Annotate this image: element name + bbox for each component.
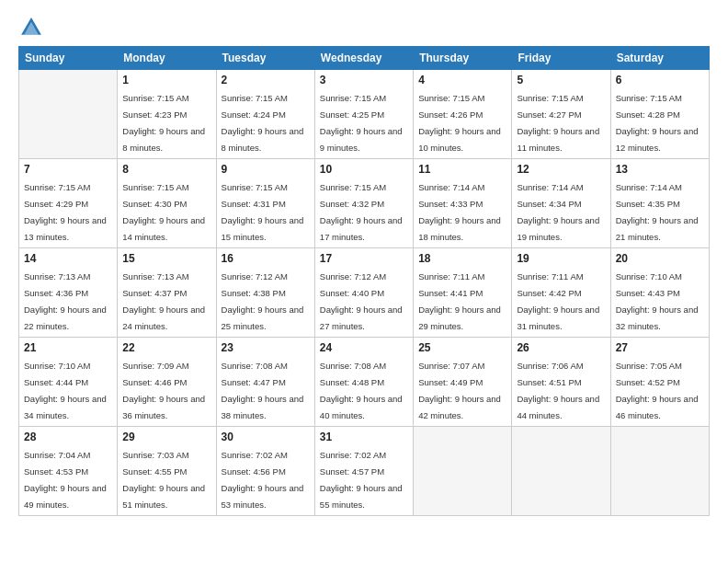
calendar-cell: 11 Sunrise: 7:14 AMSunset: 4:33 PMDaylig… [414,159,512,248]
calendar-cell: 21 Sunrise: 7:10 AMSunset: 4:44 PMDaylig… [19,338,118,427]
cell-info: Sunrise: 7:13 AMSunset: 4:36 PMDaylight:… [24,271,107,331]
day-number: 10 [320,163,408,176]
day-number: 4 [418,74,506,86]
calendar-cell: 8 Sunrise: 7:15 AMSunset: 4:30 PMDayligh… [118,159,216,248]
week-row-1: 7 Sunrise: 7:15 AMSunset: 4:29 PMDayligh… [19,159,710,248]
header-monday: Monday [118,47,216,70]
cell-info: Sunrise: 7:02 AMSunset: 4:56 PMDaylight:… [222,450,304,510]
cell-info: Sunrise: 7:09 AMSunset: 4:46 PMDaylight:… [122,361,205,420]
calendar-cell: 29 Sunrise: 7:03 AMSunset: 4:55 PMDaylig… [118,427,216,516]
day-number: 26 [517,341,605,354]
calendar-cell: 24 Sunrise: 7:08 AMSunset: 4:48 PMDaylig… [314,338,413,427]
calendar-cell [512,427,610,516]
calendar-table: SundayMondayTuesdayWednesdayThursdayFrid… [18,46,710,516]
cell-info: Sunrise: 7:12 AMSunset: 4:40 PMDaylight:… [320,271,403,331]
calendar-cell: 23 Sunrise: 7:08 AMSunset: 4:47 PMDaylig… [216,338,314,427]
day-number: 1 [122,74,210,86]
main-container: SundayMondayTuesdayWednesdayThursdayFrid… [0,0,728,525]
day-number: 11 [418,163,506,176]
day-number: 8 [122,163,210,176]
header-row: SundayMondayTuesdayWednesdayThursdayFrid… [19,47,710,70]
day-number: 22 [122,341,210,354]
cell-info: Sunrise: 7:08 AMSunset: 4:47 PMDaylight:… [222,361,304,420]
week-row-2: 14 Sunrise: 7:13 AMSunset: 4:36 PMDaylig… [19,248,710,338]
day-number: 3 [320,74,408,86]
day-number: 17 [320,252,408,265]
cell-info: Sunrise: 7:15 AMSunset: 4:26 PMDaylight:… [418,93,501,153]
calendar-cell: 20 Sunrise: 7:10 AMSunset: 4:43 PMDaylig… [610,248,709,338]
logo-icon [18,15,44,40]
calendar-cell: 28 Sunrise: 7:04 AMSunset: 4:53 PMDaylig… [19,427,118,516]
header-thursday: Thursday [414,47,512,70]
cell-info: Sunrise: 7:04 AMSunset: 4:53 PMDaylight:… [24,450,107,510]
cell-info: Sunrise: 7:02 AMSunset: 4:57 PMDaylight:… [320,450,403,510]
calendar-cell: 22 Sunrise: 7:09 AMSunset: 4:46 PMDaylig… [118,338,216,427]
cell-info: Sunrise: 7:15 AMSunset: 4:25 PMDaylight:… [320,93,403,153]
calendar-cell [19,70,118,159]
day-number: 5 [517,74,605,86]
week-row-4: 28 Sunrise: 7:04 AMSunset: 4:53 PMDaylig… [19,427,710,516]
day-number: 6 [616,74,704,86]
day-number: 13 [616,163,704,176]
day-number: 31 [320,431,408,443]
day-number: 28 [24,431,112,443]
header-friday: Friday [512,47,610,70]
calendar-cell: 12 Sunrise: 7:14 AMSunset: 4:34 PMDaylig… [512,159,610,248]
calendar-cell: 15 Sunrise: 7:13 AMSunset: 4:37 PMDaylig… [118,248,216,338]
cell-info: Sunrise: 7:12 AMSunset: 4:38 PMDaylight:… [222,271,304,331]
cell-info: Sunrise: 7:11 AMSunset: 4:41 PMDaylight:… [418,271,501,331]
logo [18,15,48,40]
day-number: 7 [24,163,112,176]
header-sunday: Sunday [19,47,118,70]
day-number: 12 [517,163,605,176]
header [18,15,710,40]
day-number: 19 [517,252,605,265]
day-number: 18 [418,252,506,265]
day-number: 23 [222,341,310,354]
day-number: 9 [222,163,310,176]
calendar-cell: 4 Sunrise: 7:15 AMSunset: 4:26 PMDayligh… [414,70,512,159]
day-number: 14 [24,252,112,265]
calendar-cell: 10 Sunrise: 7:15 AMSunset: 4:32 PMDaylig… [314,159,413,248]
day-number: 27 [616,341,704,354]
calendar-cell: 18 Sunrise: 7:11 AMSunset: 4:41 PMDaylig… [414,248,512,338]
cell-info: Sunrise: 7:10 AMSunset: 4:44 PMDaylight:… [24,361,107,420]
day-number: 15 [122,252,210,265]
cell-info: Sunrise: 7:06 AMSunset: 4:51 PMDaylight:… [517,361,599,420]
header-wednesday: Wednesday [314,47,413,70]
day-number: 2 [222,74,310,86]
cell-info: Sunrise: 7:15 AMSunset: 4:29 PMDaylight:… [24,182,107,242]
day-number: 29 [122,431,210,443]
cell-info: Sunrise: 7:08 AMSunset: 4:48 PMDaylight:… [320,361,403,420]
cell-info: Sunrise: 7:11 AMSunset: 4:42 PMDaylight:… [517,271,599,331]
calendar-cell: 27 Sunrise: 7:05 AMSunset: 4:52 PMDaylig… [610,338,709,427]
calendar-cell: 19 Sunrise: 7:11 AMSunset: 4:42 PMDaylig… [512,248,610,338]
cell-info: Sunrise: 7:13 AMSunset: 4:37 PMDaylight:… [122,271,205,331]
calendar-cell: 14 Sunrise: 7:13 AMSunset: 4:36 PMDaylig… [19,248,118,338]
cell-info: Sunrise: 7:15 AMSunset: 4:23 PMDaylight:… [122,93,205,153]
cell-info: Sunrise: 7:15 AMSunset: 4:27 PMDaylight:… [517,93,599,153]
calendar-cell: 3 Sunrise: 7:15 AMSunset: 4:25 PMDayligh… [314,70,413,159]
day-number: 25 [418,341,506,354]
cell-info: Sunrise: 7:15 AMSunset: 4:30 PMDaylight:… [122,182,205,242]
calendar-cell: 9 Sunrise: 7:15 AMSunset: 4:31 PMDayligh… [216,159,314,248]
day-number: 30 [222,431,310,443]
cell-info: Sunrise: 7:15 AMSunset: 4:28 PMDaylight:… [616,93,699,153]
calendar-cell: 1 Sunrise: 7:15 AMSunset: 4:23 PMDayligh… [118,70,216,159]
header-tuesday: Tuesday [216,47,314,70]
calendar-cell: 7 Sunrise: 7:15 AMSunset: 4:29 PMDayligh… [19,159,118,248]
day-number: 20 [616,252,704,265]
cell-info: Sunrise: 7:03 AMSunset: 4:55 PMDaylight:… [122,450,205,510]
cell-info: Sunrise: 7:05 AMSunset: 4:52 PMDaylight:… [616,361,699,420]
cell-info: Sunrise: 7:15 AMSunset: 4:24 PMDaylight:… [222,93,304,153]
cell-info: Sunrise: 7:07 AMSunset: 4:49 PMDaylight:… [418,361,501,420]
day-number: 24 [320,341,408,354]
calendar-cell: 2 Sunrise: 7:15 AMSunset: 4:24 PMDayligh… [216,70,314,159]
calendar-cell: 31 Sunrise: 7:02 AMSunset: 4:57 PMDaylig… [314,427,413,516]
calendar-cell: 6 Sunrise: 7:15 AMSunset: 4:28 PMDayligh… [610,70,709,159]
day-number: 16 [222,252,310,265]
calendar-cell: 16 Sunrise: 7:12 AMSunset: 4:38 PMDaylig… [216,248,314,338]
week-row-0: 1 Sunrise: 7:15 AMSunset: 4:23 PMDayligh… [19,70,710,159]
calendar-cell: 30 Sunrise: 7:02 AMSunset: 4:56 PMDaylig… [216,427,314,516]
calendar-cell [610,427,709,516]
